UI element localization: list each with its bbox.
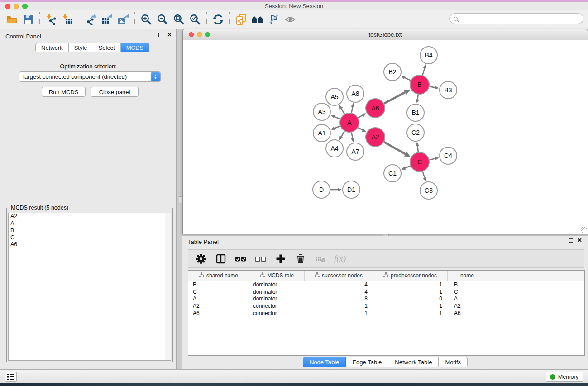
table-cell[interactable]: 1 (373, 281, 448, 288)
graph-edge-A-A8[interactable] (351, 107, 353, 113)
delete-column-icon[interactable] (294, 253, 307, 265)
table-cell[interactable]: A2 (448, 303, 487, 309)
open-session-icon[interactable] (4, 12, 20, 27)
mcds-result-list[interactable]: A2ABCA6 (8, 213, 171, 361)
table-cell[interactable]: dominator (249, 295, 305, 302)
table-row[interactable]: A2connector11A2 (188, 302, 584, 310)
table-cell[interactable]: 1 (373, 289, 448, 295)
zoom-out-icon[interactable] (154, 12, 171, 27)
graph-edge-A2-C[interactable] (384, 142, 405, 154)
column-header-name[interactable]: name (448, 271, 487, 281)
float-table-panel-icon[interactable] (569, 238, 573, 243)
graph-edge-B-B4[interactable] (422, 68, 425, 75)
table-row[interactable]: Bdominator41B (188, 281, 584, 288)
scrollbar-track[interactable] (165, 213, 171, 360)
close-window-button[interactable] (5, 4, 10, 9)
table-cell[interactable]: connector (249, 310, 305, 316)
float-panel-icon[interactable] (158, 33, 163, 37)
tab-edge-table[interactable]: Edge Table (346, 357, 388, 367)
graph-edge-C-C3[interactable] (423, 172, 425, 177)
import-network-icon[interactable] (43, 12, 59, 27)
tab-node-table[interactable]: Node Table (303, 357, 346, 367)
mcds-result-item[interactable]: A (9, 220, 171, 228)
table-row[interactable]: Cdominator41C (188, 288, 584, 295)
tab-mcds[interactable]: MCDS (121, 43, 149, 52)
graph-edge-A6-B[interactable] (384, 92, 405, 104)
graph-edge-A-A2[interactable] (358, 128, 363, 130)
minimize-network-button[interactable] (197, 32, 202, 37)
table-cell[interactable]: B (448, 281, 487, 288)
graph-edge-C-C2[interactable] (417, 146, 418, 152)
table-cell[interactable]: A (188, 295, 249, 302)
table-cell[interactable]: 1 (373, 303, 448, 309)
minimize-window-button[interactable] (14, 4, 19, 9)
tab-network-table[interactable]: Network Table (388, 357, 439, 367)
graph-edge-B-B3[interactable] (430, 86, 435, 87)
zoom-window-button[interactable] (22, 4, 28, 9)
table-cell[interactable]: 4 (305, 289, 373, 295)
network-canvas[interactable]: AA1A2A3A4A5A6A7A8BB1B2B3B4CC1C2C3C4DD1 (183, 40, 588, 234)
zoom-selected-icon[interactable] (187, 12, 203, 27)
table-cell[interactable]: 8 (305, 295, 373, 302)
table-cell[interactable]: A (448, 295, 487, 302)
criterion-dropdown[interactable]: largest connected component (directed) ▲… (19, 71, 161, 82)
deselect-all-checkboxes-icon[interactable] (254, 253, 267, 265)
export-image-icon[interactable] (115, 12, 131, 27)
resize-grip[interactable] (581, 227, 587, 233)
close-panel-icon[interactable]: × (167, 33, 172, 37)
tab-network[interactable]: Network (35, 43, 69, 52)
table-cell[interactable]: 1 (305, 310, 373, 316)
export-network-icon[interactable] (82, 12, 99, 27)
table-cell[interactable]: 0 (373, 295, 448, 302)
mcds-result-item[interactable]: C (9, 234, 171, 242)
table-cell[interactable]: 4 (305, 281, 373, 288)
memory-button[interactable]: Memory (546, 372, 583, 382)
zoom-network-button[interactable] (205, 32, 210, 37)
tab-motifs[interactable]: Motifs (439, 357, 468, 367)
table-cell[interactable]: B (188, 281, 249, 288)
table-cell[interactable]: connector (249, 303, 305, 309)
table-cell[interactable]: C (188, 289, 249, 295)
table-cell[interactable]: A6 (448, 310, 487, 316)
close-table-panel-icon[interactable]: × (578, 238, 582, 243)
graph-edge-A-A6[interactable] (358, 115, 363, 118)
table-row[interactable]: A6connector11A6 (188, 310, 584, 317)
task-history-button[interactable] (5, 372, 17, 382)
table-row[interactable]: Adominator80A (188, 295, 584, 302)
graph-edge-A-A5[interactable] (341, 109, 344, 114)
graph-edge-A-A1[interactable] (335, 126, 340, 129)
close-network-button[interactable] (189, 32, 194, 37)
import-table-icon[interactable] (59, 12, 76, 27)
graph-edge-C-C4[interactable] (429, 159, 435, 160)
column-header-MCDS-role[interactable]: MCDS role (249, 271, 305, 281)
save-session-icon[interactable] (20, 12, 36, 27)
mcds-result-item[interactable]: B (9, 227, 171, 234)
mcds-result-item[interactable]: A2 (9, 213, 171, 220)
graph-edge-C-C1[interactable] (405, 166, 411, 168)
tab-style[interactable]: Style (69, 43, 93, 52)
export-table-icon[interactable] (99, 12, 115, 27)
mcds-result-item[interactable]: A6 (9, 241, 171, 248)
eye-icon[interactable] (282, 12, 298, 27)
run-mcds-button[interactable]: Run MCDS (42, 87, 86, 97)
hide-flag-icon[interactable] (266, 12, 282, 27)
refresh-icon[interactable] (210, 12, 226, 27)
settings-gear-icon[interactable] (195, 253, 207, 265)
graph-edge-A-A7[interactable] (351, 133, 353, 138)
graph-edge-B-B1[interactable] (417, 95, 418, 100)
table-cell[interactable]: 1 (305, 303, 373, 309)
table-cell[interactable]: dominator (249, 289, 305, 295)
select-all-checkboxes-icon[interactable] (234, 253, 247, 265)
column-chooser-icon[interactable] (215, 253, 227, 265)
table-cell[interactable]: A6 (188, 310, 249, 316)
home-icon[interactable] (249, 12, 266, 27)
table-cell[interactable]: dominator (249, 281, 305, 288)
table-cell[interactable]: 1 (373, 310, 448, 316)
column-header-predecessor-nodes[interactable]: predecessor nodes (373, 271, 448, 281)
zoom-fit-icon[interactable] (171, 12, 187, 27)
table-cell[interactable]: A2 (188, 303, 249, 309)
graph-edge-A-A3[interactable] (335, 117, 340, 119)
add-column-icon[interactable] (274, 253, 287, 265)
column-header-shared-name[interactable]: shared name (188, 271, 249, 281)
tab-select[interactable]: Select (93, 43, 121, 52)
